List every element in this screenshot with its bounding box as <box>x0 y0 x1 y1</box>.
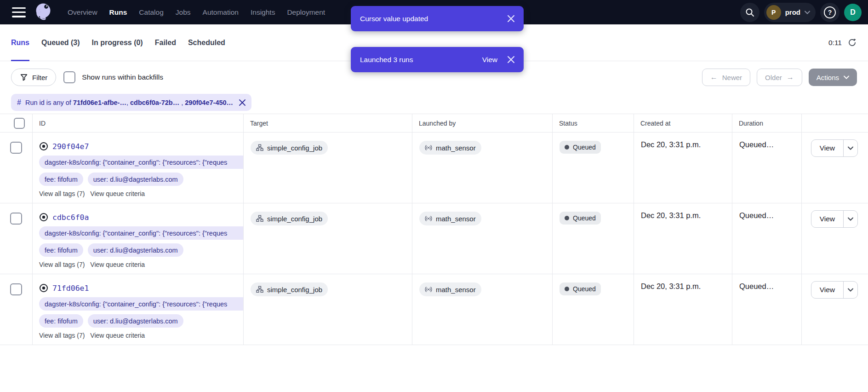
help-icon: ? <box>824 6 836 18</box>
toast-view-link[interactable]: View <box>482 56 497 64</box>
view-run-button: View <box>811 139 858 157</box>
launched-by-sensor-pill[interactable]: math_sensor <box>419 212 481 225</box>
view-all-tags-link[interactable]: View all tags (7) <box>39 261 85 268</box>
tag-fee[interactable]: fee: fifofum <box>39 173 83 186</box>
chevron-down-icon <box>805 11 810 14</box>
view-run-dropdown[interactable] <box>843 140 857 156</box>
view-all-tags-link[interactable]: View all tags (7) <box>39 190 85 197</box>
tag-fee[interactable]: fee: fifofum <box>39 243 83 257</box>
tag-user[interactable]: user: d.liu@dagsterlabs.com <box>88 314 183 328</box>
column-header-status: Status <box>553 114 634 132</box>
column-header-created-at: Created at <box>634 114 732 132</box>
tab-failed[interactable]: Failed <box>155 24 176 61</box>
target-job-pill[interactable]: simple_config_job <box>251 212 328 225</box>
actions-button-label: Actions <box>817 74 839 81</box>
run-id-link[interactable]: 71fd06e1 <box>52 284 89 293</box>
close-icon[interactable] <box>239 99 246 106</box>
view-run-button-label[interactable]: View <box>811 211 843 227</box>
filter-button-label: Filter <box>32 74 47 81</box>
view-all-tags-link[interactable]: View all tags (7) <box>39 332 85 339</box>
hash-icon: # <box>17 98 21 107</box>
tab-scheduled[interactable]: Scheduled <box>188 24 225 61</box>
tab-in-progress[interactable]: In progress (0) <box>92 24 143 61</box>
view-run-dropdown[interactable] <box>843 211 857 227</box>
primary-nav: Overview Runs Catalog Jobs Automation In… <box>62 8 331 17</box>
view-queue-criteria-link[interactable]: View queue criteria <box>90 190 145 197</box>
launched-by-sensor-pill[interactable]: math_sensor <box>419 282 481 296</box>
run-id-link[interactable]: cdbc6f0a <box>52 213 89 222</box>
tab-queued[interactable]: Queued (3) <box>41 24 80 61</box>
actions-button[interactable]: Actions <box>809 69 857 86</box>
runs-table: ID Target Launched by Status Created at … <box>0 114 868 345</box>
status-dot-icon <box>565 145 569 150</box>
older-button[interactable]: Older → <box>757 69 802 86</box>
active-filters-row: # Run id is any of 71fd06e1-afbe-…, cdbc… <box>0 94 868 114</box>
run-id-link[interactable]: 290f04e7 <box>52 142 89 151</box>
nav-item-catalog[interactable]: Catalog <box>133 8 169 17</box>
backfills-checkbox[interactable] <box>63 71 75 83</box>
tag-k8s-config[interactable]: dagster-k8s/config: {"container_config":… <box>39 226 243 240</box>
run-status-icon <box>39 142 48 151</box>
tab-runs[interactable]: Runs <box>11 24 29 61</box>
created-at-value: Dec 20, 3:31 p.m. <box>634 203 732 274</box>
dagster-logo-icon[interactable] <box>33 2 54 23</box>
status-dot-icon <box>565 216 569 220</box>
sensor-icon <box>425 215 432 222</box>
tag-user[interactable]: user: d.liu@dagsterlabs.com <box>88 243 183 257</box>
workspace-switcher[interactable]: P prod <box>764 3 816 22</box>
sensor-icon <box>425 286 432 293</box>
search-icon <box>745 8 754 17</box>
run-id-filter-chip[interactable]: # Run id is any of 71fd06e1-afbe-…, cdbc… <box>11 94 251 111</box>
view-queue-criteria-link[interactable]: View queue criteria <box>90 332 145 339</box>
run-status-icon <box>39 283 48 293</box>
search-button[interactable] <box>740 3 760 22</box>
status-dot-icon <box>565 287 569 291</box>
table-row: 290f04e7 dagster-k8s/config: {"container… <box>0 133 868 203</box>
help-button[interactable]: ? <box>820 3 839 22</box>
tag-k8s-config[interactable]: dagster-k8s/config: {"container_config":… <box>39 297 243 311</box>
row-checkbox[interactable] <box>10 142 22 154</box>
menu-icon[interactable] <box>12 7 26 17</box>
row-checkbox[interactable] <box>10 283 22 295</box>
tag-k8s-config[interactable]: dagster-k8s/config: {"container_config":… <box>39 156 243 169</box>
nav-item-deployment[interactable]: Deployment <box>281 8 331 17</box>
close-icon[interactable] <box>508 56 514 63</box>
nav-item-overview[interactable]: Overview <box>62 8 103 17</box>
duration-value: Queued… <box>732 203 802 274</box>
newer-button-label: Newer <box>722 74 742 81</box>
chevron-down-icon <box>844 75 849 79</box>
row-checkbox[interactable] <box>10 213 22 225</box>
arrow-right-icon: → <box>787 74 794 81</box>
view-queue-criteria-link[interactable]: View queue criteria <box>90 261 145 268</box>
launched-by-sensor-pill[interactable]: math_sensor <box>419 141 481 155</box>
toast-message: Launched 3 runs <box>360 56 413 64</box>
filter-icon <box>20 73 28 81</box>
newer-button[interactable]: ← Newer <box>702 69 750 86</box>
duration-value: Queued… <box>732 274 802 345</box>
view-run-button-label[interactable]: View <box>811 140 843 156</box>
arrow-left-icon: ← <box>710 74 718 81</box>
table-row: 71fd06e1 dagster-k8s/config: {"container… <box>0 274 868 345</box>
older-button-label: Older <box>765 74 782 81</box>
target-job-pill[interactable]: simple_config_job <box>251 282 328 296</box>
workspace-avatar: P <box>766 5 781 20</box>
close-icon[interactable] <box>508 15 514 22</box>
nav-item-runs[interactable]: Runs <box>103 8 133 17</box>
column-header-id: ID <box>33 114 244 132</box>
tag-user[interactable]: user: d.liu@dagsterlabs.com <box>88 173 183 186</box>
view-run-dropdown[interactable] <box>843 282 857 298</box>
status-badge: Queued <box>560 212 601 225</box>
tag-fee[interactable]: fee: fifofum <box>39 314 83 328</box>
user-avatar[interactable]: D <box>844 4 862 21</box>
nav-item-jobs[interactable]: Jobs <box>170 8 197 17</box>
refresh-icon[interactable] <box>847 38 857 47</box>
filter-button[interactable]: Filter <box>11 69 56 86</box>
created-at-value: Dec 20, 3:31 p.m. <box>634 274 732 345</box>
nav-item-automation[interactable]: Automation <box>197 8 245 17</box>
target-job-pill[interactable]: simple_config_job <box>251 141 328 155</box>
nav-item-insights[interactable]: Insights <box>245 8 281 17</box>
view-run-button-label[interactable]: View <box>811 282 843 298</box>
select-all-checkbox[interactable] <box>14 118 25 129</box>
toast-message: Cursor value updated <box>360 15 428 23</box>
column-header-duration: Duration <box>732 114 802 132</box>
